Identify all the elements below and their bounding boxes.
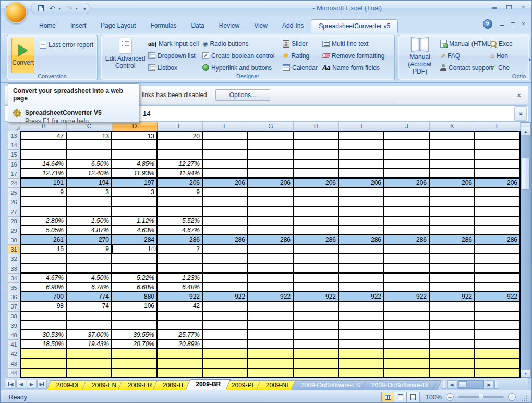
cell-C17[interactable]: 12.40% (67, 169, 112, 179)
cell-E25[interactable]: 9 (158, 188, 203, 197)
cell-L33[interactable] (475, 264, 521, 274)
cell-I35[interactable] (339, 283, 384, 292)
cell-B28[interactable]: 2.80% (21, 217, 67, 226)
row-header-17[interactable]: 17 (8, 169, 20, 179)
cell-F35[interactable] (203, 283, 248, 292)
cell-J43[interactable] (384, 359, 430, 369)
cell-F39[interactable] (203, 321, 248, 330)
cell-H43[interactable] (294, 359, 339, 369)
cell-G17[interactable] (248, 169, 294, 179)
cell-L36[interactable]: 922 (475, 292, 521, 302)
cell-D32[interactable] (112, 254, 158, 264)
cell-C41[interactable]: 19.43% (67, 340, 112, 349)
cell-J40[interactable] (384, 330, 430, 340)
cell-L34[interactable] (475, 274, 521, 283)
cell-B26[interactable] (21, 197, 67, 207)
cell-F33[interactable] (203, 264, 248, 274)
cell-E32[interactable] (158, 254, 203, 264)
cell-D27[interactable] (112, 207, 158, 217)
redo-dropdown-icon[interactable]: ▾ (76, 6, 80, 11)
cell-G35[interactable] (248, 283, 294, 292)
cell-H42[interactable] (294, 349, 339, 359)
cell-F43[interactable] (203, 359, 248, 369)
multi-line-text-button[interactable]: Multi-line text (321, 38, 394, 50)
convert-button[interactable]: Convert (11, 38, 34, 73)
row-header-15[interactable]: 15 (8, 150, 20, 159)
create-boolean-control-button[interactable]: ✓ Create boolean control (201, 50, 282, 62)
ribbon-tab-spreadsheetconverter-v5[interactable]: SpreadsheetConverter v5 (311, 19, 398, 33)
cell-H16[interactable] (294, 160, 339, 169)
undo-dropdown-icon[interactable]: ▾ (58, 6, 63, 11)
cell-B37[interactable]: 98 (21, 302, 67, 311)
cell-F28[interactable] (203, 217, 248, 226)
cell-B32[interactable] (21, 254, 67, 264)
scroll-down-button[interactable]: ▼ (521, 369, 530, 377)
remove-formatting-button[interactable]: Remove formatting (321, 50, 394, 62)
cell-K16[interactable] (430, 160, 475, 169)
cell-H24[interactable]: 206 (294, 179, 339, 188)
horizontal-scroll-track[interactable] (457, 380, 484, 389)
cell-I29[interactable] (339, 226, 384, 235)
row-header-37[interactable]: 37 (8, 302, 20, 311)
cell-E29[interactable]: 4.67% (158, 226, 203, 235)
cell-D17[interactable]: 11.93% (112, 169, 158, 179)
resize-grip[interactable] (520, 394, 527, 401)
cell-L14[interactable] (475, 140, 521, 150)
cell-H38[interactable] (294, 312, 339, 321)
cell-B29[interactable]: 5.05% (21, 226, 67, 235)
cell-J42[interactable] (384, 349, 430, 359)
cell-F32[interactable] (203, 254, 248, 264)
cell-D38[interactable] (112, 312, 158, 321)
message-bar-close-icon[interactable]: × (514, 90, 524, 100)
cell-C32[interactable] (67, 254, 112, 264)
row-header-38[interactable]: 38 (8, 312, 20, 321)
cell-I41[interactable] (339, 340, 384, 349)
cell-F27[interactable] (203, 207, 248, 217)
cell-E16[interactable]: 12.27% (158, 160, 203, 169)
cell-I38[interactable] (339, 312, 384, 321)
cell-G32[interactable] (248, 254, 294, 264)
cell-J24[interactable]: 206 (384, 179, 430, 188)
cell-K17[interactable] (430, 169, 475, 179)
cell-F14[interactable] (203, 140, 248, 150)
row-header-26[interactable]: 26 (8, 197, 20, 207)
restore-button[interactable] (506, 4, 512, 11)
cell-L40[interactable] (475, 330, 521, 340)
cell-D30[interactable]: 284 (112, 235, 158, 245)
cell-L26[interactable] (475, 197, 521, 207)
hyperlink-and-buttons-button[interactable]: Hyperlink and buttons (201, 62, 282, 74)
page-break-view-button[interactable] (407, 392, 419, 402)
cell-H37[interactable] (294, 302, 339, 311)
cell-I25[interactable] (339, 188, 384, 197)
cell-G16[interactable] (248, 160, 294, 169)
cell-G40[interactable] (248, 330, 294, 340)
vertical-scroll-thumb[interactable] (522, 158, 530, 190)
workbook-restore-button[interactable] (511, 20, 515, 28)
cell-K32[interactable] (430, 254, 475, 264)
cell-D29[interactable]: 4.63% (112, 226, 158, 235)
cell-F29[interactable] (203, 226, 248, 235)
minimize-button[interactable] (492, 4, 497, 11)
cell-H33[interactable] (294, 264, 339, 274)
cell-B15[interactable] (21, 150, 67, 159)
previous-sheet-button[interactable]: ◀ (16, 380, 26, 389)
cell-F42[interactable] (203, 349, 248, 359)
cell-H40[interactable] (294, 330, 339, 340)
cell-G38[interactable] (248, 312, 294, 321)
cell-B25[interactable]: 9 (21, 188, 67, 197)
cell-K40[interactable] (430, 330, 475, 340)
cell-D33[interactable] (112, 264, 158, 274)
cell-G37[interactable] (248, 302, 294, 311)
cell-D16[interactable]: 4.85% (112, 160, 158, 169)
cell-J32[interactable] (384, 254, 430, 264)
row-header-28[interactable]: 28 (8, 217, 20, 226)
cell-B39[interactable] (21, 321, 67, 330)
cell-K30[interactable]: 286 (430, 235, 475, 245)
cell-G15[interactable] (248, 150, 294, 159)
cell-C28[interactable]: 1.50% (67, 217, 112, 226)
row-header-30[interactable]: 30 (8, 235, 20, 245)
first-sheet-button[interactable]: ◀ (6, 380, 16, 389)
cell-L25[interactable] (475, 188, 521, 197)
cell-C43[interactable] (67, 359, 112, 369)
cell-L17[interactable] (475, 169, 521, 179)
